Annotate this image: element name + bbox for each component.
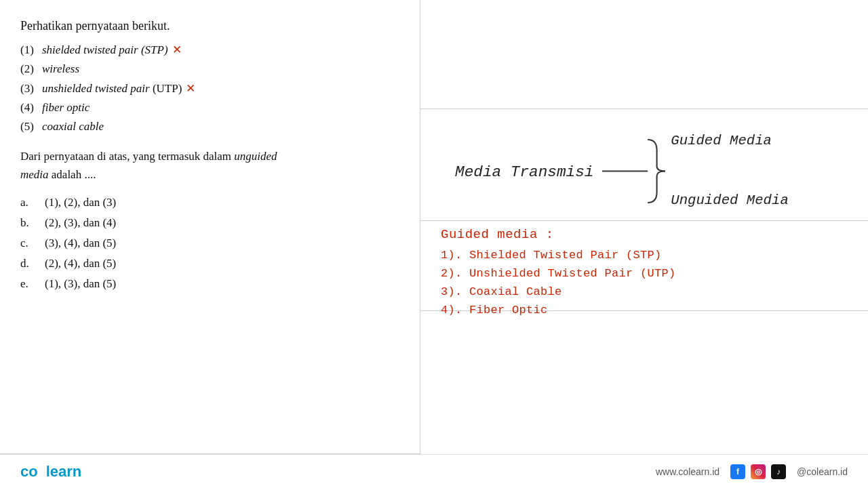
answer-item-e: e. (1), (3), dan (5)	[20, 277, 399, 291]
ans-letter-c: c.	[20, 237, 45, 250]
ans-letter-e: e.	[20, 277, 45, 291]
facebook-icon: f	[730, 464, 745, 479]
stmt-text-3: unshielded twisted pair (UTP)	[42, 82, 182, 96]
stmt-num-5: (5)	[20, 120, 42, 134]
guided-item-1: 1). Shielded Twisted Pair (STP)	[441, 249, 848, 262]
svg-text:Guided Media: Guided Media	[671, 133, 772, 148]
ans-text-d: (2), (4), dan (5)	[45, 257, 116, 270]
statement-item-2: (2) wireless	[20, 62, 399, 76]
body-start: Dari pernyataan di atas, yang termasuk d…	[20, 150, 234, 163]
answer-item-b: b. (2), (3), dan (4)	[20, 216, 399, 230]
website-url: www.colearn.id	[656, 466, 719, 477]
svg-text:Media Transmisi: Media Transmisi	[455, 163, 594, 181]
guided-title: Guided media :	[441, 227, 848, 242]
stmt-text-4: fiber optic	[42, 101, 90, 115]
statement-item-3: (3) unshielded twisted pair (UTP) ✕	[20, 81, 399, 96]
guided-item-3: 3). Coaxial Cable	[441, 285, 848, 298]
instagram-icon: ◎	[751, 464, 766, 479]
diagram-area: Media Transmisi Guided Media Unguided Me…	[420, 105, 868, 237]
guided-item-2: 2). Unshielded Twisted Pair (UTP)	[441, 267, 848, 280]
ans-text-b: (2), (3), dan (4)	[45, 216, 116, 230]
ans-letter-a: a.	[20, 196, 45, 209]
stmt-num-1: (1)	[20, 43, 42, 57]
cross-mark-3: ✕	[186, 81, 195, 96]
footer: co learn www.colearn.id f ◎ ♪ @colearn.i…	[0, 454, 868, 488]
tiktok-icon: ♪	[771, 464, 786, 479]
ans-text-a: (1), (2), dan (3)	[45, 196, 116, 209]
stmt-text-2: wireless	[42, 62, 79, 76]
svg-text:Unguided Media: Unguided Media	[671, 192, 789, 208]
right-panel: Media Transmisi Guided Media Unguided Me…	[420, 0, 868, 488]
main-container: Perhatikan pernyataan berikut. (1) shiel…	[0, 0, 868, 488]
social-icons: f ◎ ♪	[730, 464, 786, 479]
ans-letter-b: b.	[20, 216, 45, 230]
question-body: Dari pernyataan di atas, yang termasuk d…	[20, 147, 399, 184]
stmt-num-4: (4)	[20, 101, 42, 115]
statement-list: (1) shielded twisted pair (STP) ✕ (2) wi…	[20, 43, 399, 134]
body-italic: unguided	[234, 150, 277, 163]
body-media: media	[20, 168, 49, 181]
diagram-svg: Media Transmisi Guided Media Unguided Me…	[441, 119, 848, 224]
answer-item-a: a. (1), (2), dan (3)	[20, 196, 399, 209]
left-panel: Perhatikan pernyataan berikut. (1) shiel…	[0, 0, 420, 488]
cross-mark-1: ✕	[172, 43, 182, 57]
ans-text-e: (1), (3), dan (5)	[45, 277, 116, 291]
answer-item-c: c. (3), (4), dan (5)	[20, 237, 399, 250]
brand-learn: learn	[46, 463, 82, 481]
guided-item-4: 4). Fiber Optic	[441, 304, 848, 317]
statement-item-1: (1) shielded twisted pair (STP) ✕	[20, 43, 399, 57]
answer-list: a. (1), (2), dan (3) b. (2), (3), dan (4…	[20, 196, 399, 291]
answer-item-d: d. (2), (4), dan (5)	[20, 257, 399, 270]
statement-item-5: (5) coaxial cable	[20, 120, 399, 134]
footer-right: www.colearn.id f ◎ ♪ @colearn.id	[656, 464, 848, 479]
stmt-text-1: shielded twisted pair (STP)	[42, 43, 168, 57]
stmt-num-2: (2)	[20, 62, 42, 76]
body-end: adalah ....	[49, 168, 96, 181]
statement-item-4: (4) fiber optic	[20, 101, 399, 115]
social-handle: @colearn.id	[797, 466, 848, 477]
question-intro: Perhatikan pernyataan berikut.	[20, 19, 399, 33]
stmt-text-5: coaxial cable	[42, 120, 104, 134]
ans-text-c: (3), (4), dan (5)	[45, 237, 116, 250]
guided-section: Guided media : 1). Shielded Twisted Pair…	[427, 220, 861, 329]
brand-co: co	[20, 463, 38, 481]
stmt-num-3: (3)	[20, 82, 42, 96]
brand-logo: co learn	[20, 463, 81, 481]
ans-letter-d: d.	[20, 257, 45, 270]
